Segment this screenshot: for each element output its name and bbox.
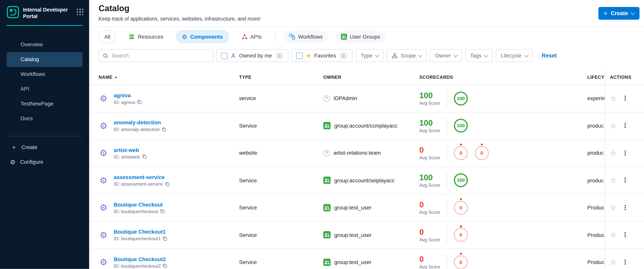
component-gear-icon: ⚙ [98, 203, 108, 212]
copy-icon[interactable] [142, 155, 147, 159]
type-dropdown[interactable]: Type [356, 49, 384, 62]
copy-icon[interactable] [137, 100, 142, 104]
table-row[interactable]: ⚙agnivaID: agnivaservice?IDPAdmin100Avg … [89, 85, 644, 112]
scorecard-badge[interactable]: 0 [454, 255, 468, 269]
avg-score-value: 100 [419, 118, 446, 127]
copy-icon[interactable] [160, 209, 165, 214]
page-title: Catalog [98, 3, 130, 13]
page-header: Catalog Keep track of applications, serv… [89, 0, 644, 27]
tab-all[interactable]: All [98, 30, 116, 43]
column-header-type[interactable]: TYPE [239, 75, 323, 80]
row-menu-icon[interactable]: ⋮ [622, 259, 628, 266]
favorites-checkbox[interactable] [296, 52, 303, 59]
copy-icon[interactable] [162, 127, 166, 132]
search-input[interactable] [111, 52, 209, 59]
component-gear-icon: ⚙ [98, 121, 108, 130]
sidebar-item-workflows[interactable]: Workflows [6, 67, 82, 81]
entity-id: ID: assessment-service [114, 182, 170, 187]
type-cell: Service [239, 205, 323, 211]
favorites-count: 0 [339, 52, 348, 59]
app-logo-icon[interactable] [6, 6, 19, 18]
tags-dropdown[interactable]: Tags [465, 49, 492, 62]
scope-dropdown[interactable]: Scope [387, 49, 427, 62]
lifecycle-cell: produc [587, 123, 604, 129]
table-row[interactable]: ⚙Boutique Checkout2ID: boutiquecheckout2… [89, 249, 644, 269]
sidebar-item-api[interactable]: API [6, 81, 82, 96]
copy-icon[interactable] [163, 236, 168, 241]
scorecard-badge[interactable]: 0 [454, 228, 468, 242]
entity-name-link[interactable]: Boutique Checkout1 [114, 229, 168, 235]
row-menu-icon[interactable]: ⋮ [622, 122, 628, 129]
sidebar-configure-button[interactable]: ⚙ Configure [6, 155, 82, 169]
score-divider [446, 254, 447, 269]
table-row[interactable]: ⚙anomaly-detectionID: anomaly-detectionS… [89, 112, 644, 140]
favorite-star-icon[interactable]: ☆ [610, 122, 616, 129]
user-group-icon [323, 177, 330, 184]
favorite-star-icon[interactable]: ☆ [610, 204, 616, 211]
reset-filters-link[interactable]: Reset [542, 52, 557, 59]
entity-name-link[interactable]: Boutique Checkout [114, 201, 165, 208]
owner-label: group:test_user [334, 259, 372, 265]
scorecard-badge[interactable]: 0 [454, 201, 468, 215]
score-divider [446, 227, 447, 243]
api-icon [241, 34, 248, 40]
row-menu-icon[interactable]: ⋮ [622, 150, 628, 156]
avg-score-value: 0 [419, 200, 446, 209]
table-row[interactable]: ⚙artist-webID: artistwebwebsite?artist-r… [89, 140, 644, 167]
table-row[interactable]: ⚙assessment-serviceID: assessment-servic… [89, 167, 644, 194]
create-button[interactable]: + Create [598, 7, 640, 19]
tab-apis[interactable]: APIs [236, 31, 267, 43]
favorite-star-icon[interactable]: ☆ [610, 231, 616, 239]
score-divider [446, 172, 447, 189]
lifecycle-dropdown[interactable]: Lifecycle [496, 49, 532, 62]
owned-by-me-checkbox[interactable] [221, 52, 228, 59]
app-brand-title: Internal Developer Portal [23, 6, 73, 20]
scorecard-badge[interactable]: 100 [454, 173, 468, 187]
alert-dot [460, 144, 462, 145]
table-row[interactable]: ⚙Boutique CheckoutID: boutiquecheckoutSe… [89, 194, 644, 222]
scorecard-badge[interactable]: 0 [454, 146, 468, 160]
entity-name-link[interactable]: artist-web [114, 147, 147, 153]
row-menu-icon[interactable]: ⋮ [622, 204, 628, 211]
sidebar-item-catalog[interactable]: Catalog [6, 52, 82, 67]
component-gear-icon: ⚙ [98, 94, 108, 103]
entity-name-link[interactable]: assessment-service [114, 174, 170, 180]
tab-user-groups[interactable]: User Groups [336, 31, 386, 43]
tab-resources[interactable]: Resources [124, 31, 168, 43]
favorite-star-icon[interactable]: ☆ [610, 149, 616, 157]
copy-icon[interactable] [165, 182, 170, 186]
owned-by-me-filter[interactable]: Owned by me 0 [216, 49, 288, 62]
column-header-owner[interactable]: OWNER [323, 75, 419, 80]
favorite-star-icon[interactable]: ☆ [610, 177, 616, 184]
row-menu-icon[interactable]: ⋮ [622, 177, 628, 184]
copy-icon[interactable] [163, 264, 168, 268]
row-menu-icon[interactable]: ⋮ [622, 232, 628, 238]
favorites-filter[interactable]: ★ Favorites 0 [292, 49, 352, 62]
owner-dropdown[interactable]: Owner [430, 49, 462, 62]
user-group-icon [341, 34, 347, 40]
column-header-name[interactable]: NAME▲ [89, 75, 239, 80]
entity-name-link[interactable]: anomaly-detection [114, 119, 166, 126]
tab-workflows[interactable]: Workflows [284, 31, 328, 43]
row-menu-icon[interactable]: ⋮ [622, 95, 628, 102]
scorecard-badge[interactable]: 0 [475, 146, 489, 160]
favorite-star-icon[interactable]: ☆ [610, 95, 616, 102]
column-header-scorecards[interactable]: SCORECARDS [419, 75, 587, 80]
sidebar-item-docs[interactable]: Docs [6, 111, 82, 126]
favorite-star-icon[interactable]: ☆ [610, 259, 616, 266]
scorecard-badge[interactable]: 100 [454, 91, 468, 105]
owner-label: artist-relations-team [334, 150, 381, 156]
name-cell: ⚙Boutique Checkout1ID: boutiquecheckout1 [89, 229, 239, 241]
scorecard-badge[interactable]: 100 [454, 119, 468, 133]
tab-components[interactable]: ⚙ Components [176, 30, 228, 43]
sidebar-item-testnewpage[interactable]: TestNewPage [6, 96, 82, 111]
entity-name-link[interactable]: agniva [114, 92, 142, 98]
scorecards-cell: 100Avg Score100 [419, 90, 587, 106]
column-header-lifecycle[interactable]: LIFECYC [587, 75, 604, 80]
entity-name-link[interactable]: Boutique Checkout2 [114, 256, 168, 262]
table-row[interactable]: ⚙Boutique Checkout1ID: boutiquecheckout1… [89, 222, 644, 249]
app-switcher-grid-icon[interactable] [77, 9, 83, 15]
user-group-icon [323, 204, 330, 211]
sidebar-create-button[interactable]: + Create [6, 140, 82, 155]
sidebar-item-overview[interactable]: Overview [6, 37, 82, 52]
